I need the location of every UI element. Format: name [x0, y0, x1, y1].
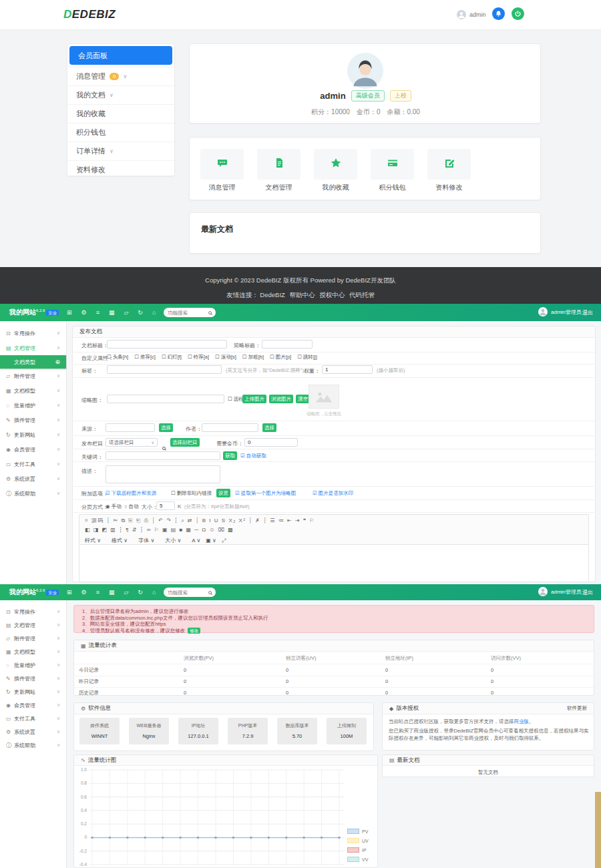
- admin-user[interactable]: admin管理员: [538, 587, 582, 596]
- menu-plugin-manage[interactable]: ✎ 插件管理 ∨: [0, 413, 66, 427]
- thumbnail-preview[interactable]: [309, 385, 339, 409]
- list-icon[interactable]: ≡: [96, 589, 99, 596]
- legend-item-pv[interactable]: PV: [347, 827, 369, 836]
- shortcut-document-manage[interactable]: [257, 149, 300, 180]
- download-remote-checkbox[interactable]: ☑ 下载远程图片和资源: [106, 490, 156, 497]
- attr-checkbox[interactable]: ☐ 推荐[c]: [134, 354, 156, 361]
- settings-button[interactable]: 设置: [216, 489, 230, 497]
- paging-auto-radio[interactable]: ○ 自动: [124, 503, 139, 510]
- sidebar-item-member-panel[interactable]: 会员面板: [69, 46, 172, 65]
- source-input[interactable]: [106, 423, 155, 432]
- function-search[interactable]: [164, 588, 216, 597]
- gear-icon[interactable]: ⚙: [81, 309, 87, 316]
- browse-image-button[interactable]: 浏览图片: [269, 395, 293, 403]
- doc-title-input[interactable]: [107, 340, 227, 349]
- column-search-icon[interactable]: [162, 447, 166, 450]
- short-title-input[interactable]: [262, 340, 313, 349]
- logout-link[interactable]: 退出: [582, 589, 593, 596]
- legend-item-uv[interactable]: UV: [347, 836, 369, 845]
- subcolumn-select-button[interactable]: 选择副栏目: [170, 438, 200, 447]
- sidebar-item-points-wallet[interactable]: 积分钱包: [67, 123, 174, 142]
- legend-item-ip[interactable]: IP: [347, 845, 369, 855]
- refresh-icon[interactable]: ↻: [138, 309, 143, 316]
- menu-attachment-manage[interactable]: ▱ 附件管理 ∨: [0, 369, 66, 383]
- link-dedebiz[interactable]: DedeBIZ: [260, 291, 285, 298]
- scrollbar-thumb[interactable]: [595, 792, 601, 868]
- sidebar-item-message-manage[interactable]: 消息管理0∨: [67, 67, 174, 85]
- menu-batch-maintain[interactable]: ◌ 批量维护 ∨: [0, 658, 66, 672]
- sidebar-item-my-favorites[interactable]: 我的收藏: [67, 104, 174, 123]
- menu-system-help[interactable]: ⓘ 系统帮助 ∨: [0, 738, 66, 752]
- menu-member-manage[interactable]: ◉ 会员管理 ∨: [0, 442, 66, 457]
- watermark-checkbox[interactable]: ☑ 图片是否加水印: [313, 490, 353, 497]
- search-input[interactable]: [168, 590, 208, 596]
- profile-avatar[interactable]: [347, 53, 383, 89]
- weight-input[interactable]: [322, 365, 373, 374]
- menu-plugin-manage[interactable]: ✎ 插件管理 ∨: [0, 672, 66, 685]
- sidebar-item-my-documents[interactable]: 我的文档∨: [67, 85, 174, 104]
- link-license-center[interactable]: 授权中心: [319, 291, 345, 298]
- sidebar-item-profile-edit[interactable]: 资料修改: [67, 160, 174, 176]
- attr-checkbox[interactable]: ☐ 特荐[a]: [188, 354, 209, 361]
- menu-update-site[interactable]: ↻ 更新网站 ∨: [0, 685, 66, 698]
- list-icon[interactable]: ≡: [96, 309, 99, 316]
- attr-checkbox[interactable]: ☐ 加粗[b]: [242, 354, 264, 361]
- menu-common-operations[interactable]: ⊡ 常用操作 ∨: [0, 605, 66, 618]
- attr-checkbox[interactable]: ☐ 滚动[s]: [215, 354, 236, 361]
- tag-input[interactable]: [107, 365, 222, 374]
- description-textarea[interactable]: [106, 465, 220, 483]
- attr-checkbox[interactable]: ☐ 幻灯[f]: [162, 354, 182, 361]
- attr-checkbox[interactable]: ☐ 跳转[j]: [297, 354, 317, 361]
- author-select-button[interactable]: 选择: [262, 423, 276, 432]
- editor-toolbar-row-3[interactable]: 样式 ∨ 格式 ∨ 字体 ∨ 大小 ∨ A ∨ ▣ ∨ ⤢: [85, 537, 226, 544]
- modify-button[interactable]: 修改: [188, 628, 200, 634]
- autofetch-checkbox[interactable]: ☑ 自动获取: [240, 453, 266, 459]
- chart-icon[interactable]: ▦: [109, 309, 115, 316]
- extract-thumb-checkbox[interactable]: ☑ 提取第一个图片为缩略图: [235, 490, 296, 497]
- upload-image-button[interactable]: 上传图片: [242, 395, 266, 403]
- keyword-input[interactable]: [106, 451, 220, 460]
- submenu-document-type[interactable]: 文档类型 ⊕: [0, 355, 66, 369]
- editor-content-area[interactable]: [79, 545, 589, 582]
- apps-icon[interactable]: ⊞: [67, 309, 72, 316]
- site-brand[interactable]: 我的网站6.2.6安全: [9, 588, 59, 597]
- site-brand[interactable]: 我的网站6.2.6安全: [9, 308, 59, 317]
- menu-document-manage[interactable]: ▤ 文档管理 ∧: [0, 341, 66, 355]
- fetch-button[interactable]: 获取: [223, 451, 237, 460]
- apps-icon[interactable]: ⊞: [67, 589, 72, 596]
- menu-payment-tools[interactable]: ▭ 支付工具 ∨: [0, 712, 66, 725]
- link-code-hosting[interactable]: 代码托管: [349, 291, 375, 298]
- shortcut-profile-edit[interactable]: [427, 149, 471, 180]
- legend-item-vv[interactable]: VV: [347, 855, 369, 864]
- attr-checkbox[interactable]: ☐ 图片[p]: [270, 354, 291, 361]
- home-icon[interactable]: ⌂: [152, 309, 156, 316]
- logout-button[interactable]: [512, 7, 524, 20]
- software-update-link[interactable]: 软件更新: [567, 705, 587, 712]
- menu-update-site[interactable]: ↻ 更新网站 ∨: [0, 427, 66, 442]
- remove-links-checkbox[interactable]: ☐ 删除非站内链接: [171, 490, 212, 497]
- menu-attachment-manage[interactable]: ▱ 附件管理 ∨: [0, 632, 66, 645]
- gear-icon[interactable]: ⚙: [81, 589, 87, 596]
- bell-button[interactable]: [492, 7, 505, 20]
- function-search[interactable]: [164, 308, 216, 317]
- dedebiz-logo[interactable]: DEDEBIZ: [63, 8, 116, 21]
- column-select[interactable]: 请选择栏目∨: [106, 438, 158, 447]
- coin-input[interactable]: [244, 438, 298, 447]
- admin-user[interactable]: admin管理员: [538, 307, 582, 316]
- member-header-user[interactable]: admin: [457, 10, 486, 19]
- logout-link[interactable]: 退出: [582, 309, 593, 316]
- menu-document-manage[interactable]: ▤ 文档管理 ∨: [0, 618, 66, 632]
- shortcut-my-favorites[interactable]: [314, 149, 357, 180]
- link-help-center[interactable]: 帮助中心: [290, 291, 315, 298]
- remote-checkbox[interactable]: ☐ 远程: [228, 396, 244, 403]
- refresh-icon[interactable]: ↻: [138, 589, 143, 596]
- menu-common-operations[interactable]: ⊡ 常用操作 ∨: [0, 326, 66, 341]
- menu-system-settings[interactable]: ⚙ 系统设置 ∨: [0, 471, 66, 486]
- menu-member-manage[interactable]: ◉ 会员管理 ∨: [0, 698, 66, 712]
- sidebar-item-order-details[interactable]: 订单详情∨: [67, 142, 174, 160]
- menu-document-model[interactable]: ▦ 文档模型 ∨: [0, 645, 66, 658]
- menu-payment-tools[interactable]: ▭ 支付工具 ∨: [0, 457, 66, 471]
- search-input[interactable]: [168, 310, 208, 316]
- attr-checkbox[interactable]: ☐ 头条[h]: [107, 354, 128, 361]
- shortcut-message-manage[interactable]: [200, 149, 244, 180]
